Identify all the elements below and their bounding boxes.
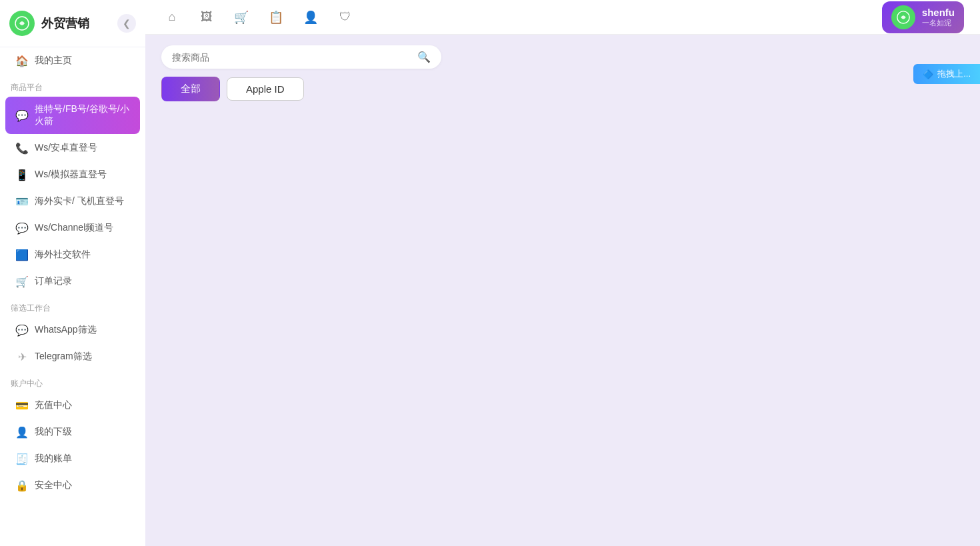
sidebar-item-overseas-card[interactable]: 🪪 海外实卡/ 飞机直登号 bbox=[5, 189, 140, 214]
sidebar-item-telegram-filter-label: Telegram筛选 bbox=[35, 351, 92, 363]
section-label-filter: 筛选工作台 bbox=[0, 295, 145, 317]
topnav-home-icon[interactable]: ⌂ bbox=[161, 7, 183, 28]
top-navigation: ⌂ 🖼 🛒 📋 👤 🛡 shenfu 一名如泥 bbox=[145, 0, 980, 35]
sidebar-item-security-label: 安全中心 bbox=[35, 479, 72, 491]
drag-banner-text: 拖拽上... bbox=[937, 68, 971, 80]
sidebar-item-ws-android-label: Ws/安卓直登号 bbox=[35, 142, 97, 154]
topnav-image-icon[interactable]: 🖼 bbox=[196, 7, 217, 28]
sidebar-item-whatsapp-filter[interactable]: 💬 WhatsApp筛选 bbox=[5, 317, 140, 343]
sidebar-item-orders-label: 订单记录 bbox=[35, 275, 72, 287]
topnav-note-icon[interactable]: 📋 bbox=[265, 7, 287, 28]
topnav-icon-group: ⌂ 🖼 🛒 📋 👤 🛡 bbox=[161, 7, 882, 28]
app-title: 外贸营销 bbox=[41, 15, 89, 31]
home-icon: 🏠 bbox=[16, 55, 28, 67]
user-info: shenfu 一名如泥 bbox=[922, 7, 955, 28]
user-subtitle: 一名如泥 bbox=[922, 18, 955, 28]
overseas-card-icon: 🪪 bbox=[16, 195, 28, 207]
sidebar-item-my-account[interactable]: 🧾 我的账单 bbox=[5, 446, 140, 471]
sidebar-item-recharge[interactable]: 💳 充值中心 bbox=[5, 393, 140, 418]
recharge-icon: 💳 bbox=[16, 399, 28, 411]
ws-android-icon: 📞 bbox=[16, 142, 28, 154]
sidebar-item-overseas-card-label: 海外实卡/ 飞机直登号 bbox=[35, 195, 124, 207]
sidebar-item-social-software-label: 海外社交软件 bbox=[35, 249, 91, 261]
sidebar-header: 外贸营销 ❮ bbox=[0, 0, 145, 47]
sidebar: 外贸营销 ❮ 🏠 我的主页 商品平台 💬 推特号/FB号/谷歌号/小火箭 📞 W… bbox=[0, 0, 145, 546]
sidebar-item-ws-emulator-label: Ws/模拟器直登号 bbox=[35, 169, 107, 181]
ws-channel-icon: 💬 bbox=[16, 222, 28, 234]
social-software-icon: 🟦 bbox=[16, 249, 28, 261]
sidebar-logo bbox=[9, 11, 35, 36]
sidebar-item-telegram-filter[interactable]: ✈ Telegram筛选 bbox=[5, 344, 140, 369]
topnav-cart-icon[interactable]: 🛒 bbox=[231, 7, 252, 28]
search-icon: 🔍 bbox=[417, 51, 431, 63]
sidebar-item-promotions[interactable]: 💬 推特号/FB号/谷歌号/小火箭 bbox=[5, 97, 140, 134]
sidebar-item-orders[interactable]: 🛒 订单记录 bbox=[5, 269, 140, 294]
promotions-icon: 💬 bbox=[16, 109, 28, 121]
telegram-filter-icon: ✈ bbox=[16, 351, 28, 363]
filter-all-button[interactable]: 全部 bbox=[161, 77, 220, 101]
sidebar-item-ws-channel[interactable]: 💬 Ws/Channel频道号 bbox=[5, 215, 140, 241]
user-name: shenfu bbox=[922, 7, 955, 18]
sidebar-item-downline[interactable]: 👤 我的下级 bbox=[5, 419, 140, 445]
sidebar-item-home[interactable]: 🏠 我的主页 bbox=[5, 48, 140, 73]
orders-icon: 🛒 bbox=[16, 275, 28, 287]
security-icon: 🔒 bbox=[16, 479, 28, 491]
ws-emulator-icon: 📱 bbox=[16, 169, 28, 181]
topnav-shield-icon[interactable]: 🛡 bbox=[335, 7, 356, 28]
sidebar-item-whatsapp-filter-label: WhatsApp筛选 bbox=[35, 324, 97, 336]
whatsapp-filter-icon: 💬 bbox=[16, 324, 28, 336]
user-profile-button[interactable]: shenfu 一名如泥 bbox=[882, 1, 964, 33]
search-box: 🔍 bbox=[161, 45, 441, 69]
drag-banner-icon: 🔷 bbox=[923, 69, 933, 79]
sidebar-item-recharge-label: 充值中心 bbox=[35, 399, 72, 411]
search-row: 🔍 bbox=[161, 45, 964, 69]
sidebar-collapse-button[interactable]: ❮ bbox=[117, 14, 136, 33]
sidebar-item-home-label: 我的主页 bbox=[35, 55, 72, 67]
drag-upload-banner[interactable]: 🔷 拖拽上... bbox=[913, 64, 980, 84]
sidebar-item-downline-label: 我的下级 bbox=[35, 426, 72, 438]
filter-row: 全部 Apple ID bbox=[161, 77, 964, 101]
downline-icon: 👤 bbox=[16, 426, 28, 438]
sidebar-item-ws-android[interactable]: 📞 Ws/安卓直登号 bbox=[5, 135, 140, 161]
sidebar-item-ws-emulator[interactable]: 📱 Ws/模拟器直登号 bbox=[5, 162, 140, 187]
my-account-icon: 🧾 bbox=[16, 453, 28, 465]
section-label-account: 账户中心 bbox=[0, 370, 145, 392]
sidebar-item-security[interactable]: 🔒 安全中心 bbox=[5, 473, 140, 498]
main-area: ⌂ 🖼 🛒 📋 👤 🛡 shenfu 一名如泥 bbox=[145, 0, 980, 546]
search-input[interactable] bbox=[172, 52, 412, 63]
sidebar-item-ws-channel-label: Ws/Channel频道号 bbox=[35, 222, 113, 234]
user-avatar bbox=[891, 5, 915, 29]
topnav-user-icon[interactable]: 👤 bbox=[300, 7, 321, 28]
filter-apple-id-button[interactable]: Apple ID bbox=[227, 77, 304, 101]
content-area: 🔍 全部 Apple ID bbox=[145, 35, 980, 546]
section-label-products: 商品平台 bbox=[0, 74, 145, 96]
sidebar-item-social-software[interactable]: 🟦 海外社交软件 bbox=[5, 242, 140, 267]
sidebar-item-my-account-label: 我的账单 bbox=[35, 453, 72, 465]
sidebar-item-promotions-label: 推特号/FB号/谷歌号/小火箭 bbox=[35, 103, 129, 127]
